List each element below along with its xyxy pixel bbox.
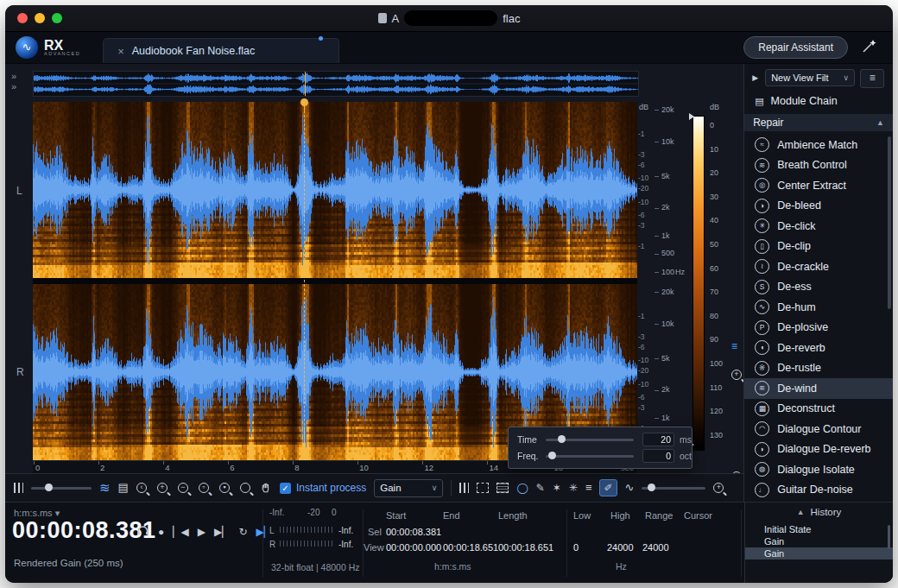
brush-tool[interactable]: ✎ — [536, 481, 545, 495]
spectrogram-settings-icon[interactable]: ≋ — [99, 481, 111, 495]
output-meter-icon[interactable] — [14, 483, 23, 493]
module-item-de-click[interactable]: ✳De-click — [744, 216, 893, 237]
find-icon[interactable] — [240, 483, 250, 493]
collapse-overview-icon[interactable]: » — [11, 73, 16, 79]
lasso-tool[interactable]: ◯ — [516, 481, 528, 495]
time-param-value[interactable]: 20 — [642, 433, 674, 446]
module-chain-item[interactable]: ▤ Module Chain — [744, 92, 893, 111]
collapse-waveform-icon[interactable]: » — [11, 83, 16, 90]
zoom-selection-icon[interactable]: ▫ — [199, 483, 209, 493]
channel-label-right: R — [16, 366, 24, 378]
repair-section-header[interactable]: Repair ▲ — [744, 114, 893, 131]
history-item[interactable]: Gain — [745, 547, 893, 560]
de-plosive-icon: P — [755, 320, 769, 335]
module-item-dialogue-isolate[interactable]: ◍Dialogue Isolate — [744, 459, 893, 480]
monitor-headphones-button[interactable] — [136, 525, 149, 539]
history-item[interactable]: Gain — [745, 535, 893, 547]
legend-max-handle[interactable] — [689, 113, 694, 120]
view-filter-row: ▶ New View Filt ∨ ≡ — [744, 69, 893, 88]
freq-low-value[interactable]: 0 — [573, 542, 579, 553]
freq-param-value[interactable]: 0 — [642, 449, 674, 463]
view-start-value[interactable]: 00:00:00.000 — [386, 542, 441, 553]
module-item-deconstruct[interactable]: ▦Deconstruct — [744, 399, 893, 420]
ambience-match-icon: ≈ — [755, 137, 769, 152]
module-quick-select[interactable]: Gain∨ — [374, 479, 443, 497]
zoom-fit-icon[interactable]: ▪ — [219, 483, 230, 493]
vertical-zoom-icon[interactable]: ≡ — [731, 340, 737, 352]
module-item-dialogue-contour[interactable]: ◠Dialogue Contour — [744, 419, 893, 439]
panel-menu-icon[interactable]: ≡ — [860, 69, 884, 88]
hz-unit-label: Hz — [675, 268, 685, 276]
blend-slider[interactable] — [642, 487, 705, 490]
harmonics-tool[interactable]: ≡ — [585, 481, 592, 495]
slider-thumb[interactable] — [45, 484, 53, 491]
monitor-level-slider[interactable] — [31, 487, 92, 490]
module-item-breath-control[interactable]: ≋Breath Control — [744, 155, 893, 176]
selection-unit-label: h:m:s.ms — [434, 561, 471, 572]
freq-selection-tool[interactable] — [496, 483, 509, 493]
play-button[interactable]: ▶ — [198, 526, 206, 538]
zoom-history-icon[interactable]: ‹ — [136, 483, 147, 493]
time-param-label: Time — [509, 434, 546, 445]
selection-start-value[interactable]: 00:00:08.381 — [386, 527, 441, 537]
module-item-guitar-de-noise[interactable]: ♩Guitar De-noise — [744, 480, 893, 501]
time-freq-selection-tool[interactable] — [477, 483, 489, 493]
playhead-time-display[interactable]: 00:00:08.381 — [12, 517, 156, 544]
module-item-de-plosive[interactable]: PDe-plosive — [744, 318, 893, 338]
view-end-value[interactable]: 00:00:18.651 — [443, 542, 498, 553]
freq-param-label: Freq. — [509, 451, 546, 461]
module-item-de-bleed[interactable]: ◑De-bleed — [744, 196, 893, 217]
view-filter-dropdown[interactable]: New View Filt ∨ — [765, 69, 855, 86]
module-item-de-crackle[interactable]: ≀De-crackle — [744, 256, 893, 277]
slider-thumb[interactable] — [648, 484, 655, 491]
skip-back-button[interactable]: ▏◀ — [173, 526, 188, 538]
tab-close-icon[interactable]: × — [117, 45, 124, 58]
history-header[interactable]: ▲ History — [745, 507, 893, 517]
hand-tool-icon[interactable] — [261, 483, 272, 494]
module-item-center-extract[interactable]: ◎Center Extract — [744, 175, 893, 196]
module-item-de-wind[interactable]: ≋De-wind — [744, 378, 893, 399]
view-layout-icon[interactable]: ▤ — [118, 481, 129, 495]
freq-range-value[interactable]: 24000 — [642, 542, 669, 553]
skip-forward-button[interactable]: ▶▏ — [214, 526, 230, 538]
record-button[interactable]: ● — [158, 526, 164, 538]
instant-process-checkbox[interactable]: ✓Instant process — [280, 482, 366, 494]
history-scrollbar[interactable] — [888, 525, 890, 549]
freq-param-slider[interactable] — [546, 455, 634, 458]
view-disclosure-icon[interactable]: ▶ — [752, 73, 758, 82]
repair-assistant-button[interactable]: Repair Assistant — [743, 36, 848, 59]
view-length-value[interactable]: 00:00:18.651 — [498, 542, 553, 553]
module-item-dialogue-de-reverb[interactable]: ◗Dialogue De-reverb — [744, 439, 893, 460]
freq-high-value[interactable]: 24000 — [607, 542, 634, 553]
module-item-de-clip[interactable]: ▯De-clip — [744, 237, 893, 257]
selection-header-start: Start — [386, 510, 406, 521]
zoom-in-freq-icon[interactable]: + — [731, 370, 742, 380]
module-item-de-hum[interactable]: ∿De-hum — [744, 297, 893, 318]
amplitude-gradient-bar[interactable] — [692, 116, 705, 451]
time-param-slider[interactable] — [546, 439, 634, 441]
checkbox-checked-icon[interactable]: ✓ — [280, 483, 291, 494]
de-rustle-icon: ※ — [755, 361, 769, 376]
loop-button[interactable]: ↻ — [238, 526, 247, 538]
wand-tool[interactable]: ✶ — [553, 481, 561, 495]
module-item-de-ess[interactable]: SDe-ess — [744, 277, 893, 298]
zoom-in-right-icon[interactable]: + — [713, 483, 724, 493]
slider-thumb[interactable] — [558, 435, 566, 443]
module-item-de-reverb[interactable]: ◖De-reverb — [744, 338, 893, 358]
repair-wand-icon[interactable] — [860, 37, 879, 58]
find-similar-tool[interactable]: ✳ — [569, 481, 578, 495]
spectrogram-left-channel[interactable] — [33, 102, 637, 278]
slider-thumb[interactable] — [548, 452, 556, 459]
zoom-out-time-icon[interactable]: − — [178, 483, 188, 493]
playhead-line[interactable] — [304, 102, 305, 460]
paintbrush-tool[interactable]: ✐ — [599, 479, 617, 496]
overview-waveform[interactable] — [33, 71, 639, 97]
amplitude-curve-tool[interactable]: ∿ — [625, 481, 635, 495]
module-item-ambience-match[interactable]: ≈Ambience Match — [744, 135, 893, 155]
file-tab[interactable]: × Audiobook Fan Noise.flac — [103, 38, 339, 63]
zoom-in-time-icon[interactable]: + — [157, 483, 168, 493]
history-item[interactable]: Initial State — [745, 523, 893, 535]
module-item-de-rustle[interactable]: ※De-rustle — [744, 358, 893, 379]
module-list-scrollbar[interactable] — [888, 136, 891, 309]
time-selection-tool[interactable] — [459, 483, 469, 493]
